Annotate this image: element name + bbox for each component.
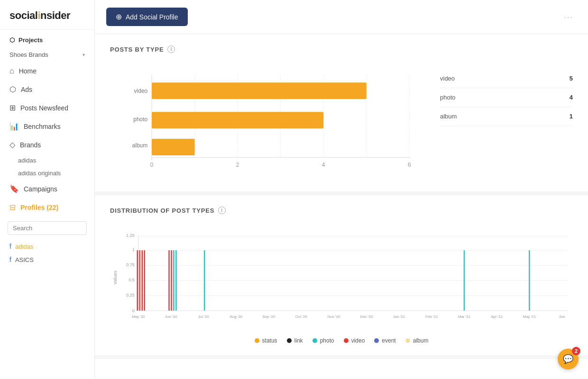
sidebar-item-profiles[interactable]: ⊟ Profiles (22) [0, 198, 94, 217]
tag-icon: ◇ [9, 140, 15, 149]
layers-icon: ⬡ [9, 36, 15, 44]
posts-newsfeed-label: Posts Newsfeed [20, 104, 68, 112]
svg-text:Aug '20: Aug '20 [230, 315, 243, 319]
layers-icon: ⬡ [9, 85, 16, 94]
sidebar-item-ads[interactable]: ⬡ Ads [0, 80, 94, 99]
video-dot [344, 338, 349, 343]
home-icon: ⌂ [9, 67, 14, 75]
legend-photo-label: photo [440, 94, 456, 101]
svg-text:photo: photo [133, 116, 147, 123]
sidebar: socialinsider ⬡ Projects Shoes Brands ▾ … [0, 0, 95, 379]
dist-chart-area: 0 0.25 0.5 0.75 1 1.25 Values May '20 Ju… [110, 226, 573, 344]
photo-dot [312, 338, 317, 343]
plus-circle-icon: ⊕ [116, 12, 122, 21]
bookmark-icon: 🔖 [9, 184, 19, 193]
svg-text:May '21: May '21 [523, 315, 536, 319]
posts-by-type-title: POSTS BY TYPE i [110, 45, 573, 53]
chat-bubble[interactable]: 💬 2 [558, 349, 579, 370]
svg-rect-18 [152, 139, 195, 155]
facebook-icon: f [9, 243, 11, 250]
event-dot [374, 338, 379, 343]
svg-text:Jul '20: Jul '20 [198, 315, 209, 319]
ads-label: Ads [21, 86, 32, 93]
svg-text:0: 0 [150, 162, 154, 168]
legend-album-label: album [413, 337, 429, 344]
sidebar-item-campaigns[interactable]: 🔖 Campaigns [0, 180, 94, 198]
legend-row-album: album 1 [440, 107, 573, 126]
distribution-info-icon[interactable]: i [218, 207, 226, 214]
svg-text:Feb '21: Feb '21 [425, 315, 438, 319]
legend-photo: photo [312, 337, 334, 344]
legend-photo-count: 4 [570, 94, 573, 101]
dist-chart-svg: 0 0.25 0.5 0.75 1 1.25 Values May '20 Ju… [110, 226, 573, 330]
projects-nav-item[interactable]: ⬡ Projects [9, 36, 85, 44]
sidebar-item-brands[interactable]: ◇ Brands [0, 135, 94, 154]
posts-type-info-icon[interactable]: i [167, 45, 175, 53]
chat-badge: 2 [572, 347, 580, 355]
svg-text:2: 2 [236, 162, 239, 168]
link-dot [287, 338, 292, 343]
svg-text:0.5: 0.5 [129, 278, 134, 282]
profile-asics[interactable]: f ASICS [0, 253, 94, 266]
home-label: Home [19, 67, 37, 75]
bar-chart-area: 0 2 4 6 video photo album [110, 64, 421, 180]
brands-label: Brands [20, 141, 41, 149]
legend-event-label: event [382, 337, 395, 344]
sidebar-item-benchmarks[interactable]: 📊 Benchmarks [0, 117, 94, 135]
chat-icon: 💬 [563, 354, 573, 364]
svg-text:Dec '20: Dec '20 [360, 315, 373, 319]
profiles-label: Profiles (22) [20, 204, 58, 211]
profiles-icon: ⊟ [9, 203, 16, 212]
shoes-brands-row[interactable]: Shoes Brands ▾ [0, 47, 94, 62]
status-dot [255, 338, 259, 343]
add-social-profile-button[interactable]: ⊕ Add Social Profile [106, 8, 188, 26]
logo-area: socialinsider [0, 0, 94, 30]
legend-link-label: link [294, 337, 303, 344]
svg-text:May '20: May '20 [132, 315, 145, 319]
legend-status: status [255, 337, 277, 344]
svg-text:album: album [132, 142, 148, 149]
svg-text:4: 4 [322, 162, 325, 168]
app-logo: socialinsider [9, 9, 70, 21]
svg-text:1.25: 1.25 [126, 233, 134, 238]
svg-text:Apr '21: Apr '21 [491, 315, 503, 319]
search-input[interactable] [8, 221, 87, 235]
legend-status-label: status [262, 337, 277, 344]
svg-text:6: 6 [408, 162, 411, 168]
profile-adidas[interactable]: f adidas [0, 240, 94, 253]
grid-icon: ⊞ [9, 103, 16, 112]
svg-text:Jun: Jun [559, 315, 565, 319]
svg-text:Oct '20: Oct '20 [295, 315, 308, 319]
svg-text:0.75: 0.75 [126, 262, 134, 267]
profile-asics-label: ASICS [15, 256, 34, 263]
legend-album-count: 1 [570, 113, 573, 120]
legend-area: video 5 photo 4 album 1 [440, 69, 573, 180]
distribution-section: DISTRIBUTION OF POST TYPES i 0 0.25 0.5 … [95, 195, 588, 359]
dots-menu[interactable]: ⋯ [560, 11, 577, 23]
project-name: Shoes Brands [9, 51, 48, 58]
bar-chart-svg: 0 2 4 6 video photo album [110, 64, 421, 178]
header: ⊕ Add Social Profile ⋯ [95, 0, 588, 34]
benchmarks-label: Benchmarks [24, 123, 61, 130]
sidebar-item-home[interactable]: ⌂ Home [0, 62, 94, 80]
campaigns-label: Campaigns [24, 185, 57, 193]
svg-text:video: video [134, 88, 148, 94]
svg-rect-17 [152, 112, 323, 128]
distribution-title: DISTRIBUTION OF POST TYPES i [110, 207, 573, 214]
sidebar-item-posts-newsfeed[interactable]: ⊞ Posts Newsfeed [0, 99, 94, 117]
projects-label: Projects [18, 36, 43, 44]
legend-photo-label: photo [320, 337, 334, 344]
legend-row-video: video 5 [440, 69, 573, 88]
legend-album: album [405, 337, 429, 344]
projects-section: ⬡ Projects [0, 30, 94, 47]
main-content: ⊕ Add Social Profile ⋯ POSTS BY TYPE i [95, 0, 588, 379]
distribution-legend: status link photo video event [110, 337, 573, 344]
sidebar-sub-adidas[interactable]: adidas [0, 154, 94, 167]
add-profile-label: Add Social Profile [126, 13, 178, 21]
chevron-down-icon: ▾ [83, 52, 85, 57]
facebook-icon-2: f [9, 256, 11, 263]
svg-text:0.25: 0.25 [126, 293, 134, 298]
legend-link: link [287, 337, 303, 344]
legend-video-label: video [351, 337, 365, 344]
sidebar-sub-adidas-originals[interactable]: adidas originals [0, 167, 94, 180]
